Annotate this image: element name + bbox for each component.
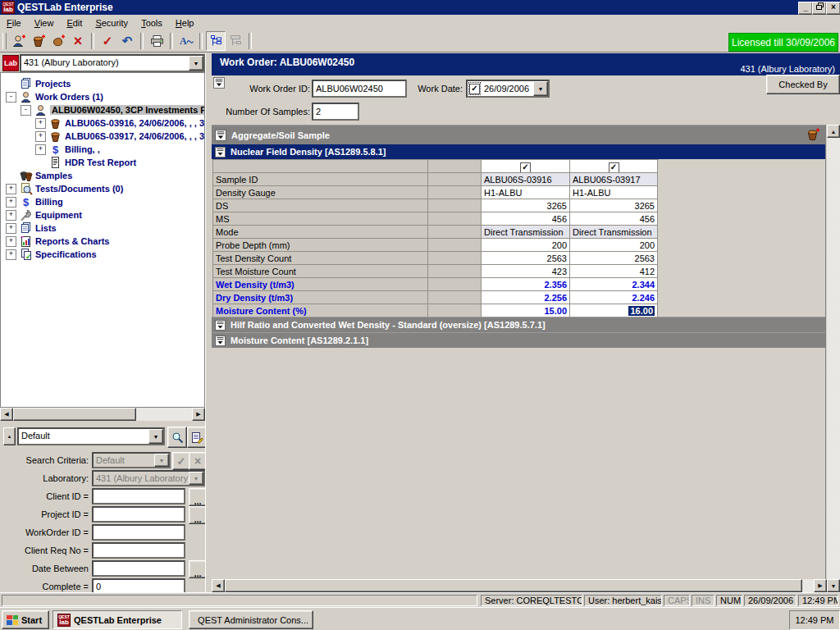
commit-button[interactable]: ✓ [98, 31, 117, 51]
tree-item-projects[interactable]: Projects [1, 77, 205, 90]
cell-value[interactable]: ALBU06S-03917 [570, 173, 658, 186]
menu-security[interactable]: Security [89, 16, 135, 30]
start-button[interactable]: Start [2, 610, 49, 629]
tree-item-work-orders[interactable]: - Work Orders (1) [1, 90, 205, 103]
vscroll-up-button[interactable]: ▲ [827, 125, 840, 138]
menu-tools[interactable]: Tools [135, 16, 169, 30]
cell-value[interactable]: 2563 [482, 252, 570, 265]
date-between-browse-button[interactable]: ... [189, 560, 207, 578]
expander-icon[interactable]: + [6, 236, 16, 247]
hscrollbar-thumb[interactable] [225, 579, 802, 592]
expand-section-icon[interactable] [215, 130, 226, 141]
cell-value[interactable]: 2.344 [570, 278, 658, 291]
tree-scroll-left-button[interactable]: ◀ [0, 408, 13, 421]
taskbar-item-admin-console[interactable]: QEST Administrator Cons... [189, 610, 313, 629]
tree-item-reports-charts[interactable]: + Reports & Charts [1, 235, 205, 248]
tree-item-equipment[interactable]: + Equipment [1, 208, 205, 221]
tree-item-samples[interactable]: Samples [1, 169, 205, 182]
project-id-input[interactable] [92, 506, 185, 523]
cell-value[interactable]: 3265 [570, 199, 658, 212]
project-id-browse-button[interactable]: ... [189, 506, 207, 524]
close-button[interactable]: × [826, 2, 840, 15]
cell-value[interactable]: 423 [482, 265, 570, 278]
tree-item-billing[interactable]: + $ Billing [1, 195, 205, 208]
expander-icon[interactable]: + [6, 210, 16, 221]
edit-search-button[interactable] [187, 427, 207, 448]
cell-value[interactable]: 2.246 [570, 291, 658, 304]
expand-section-icon[interactable] [215, 147, 226, 158]
apply-criteria-button[interactable]: ✓ [172, 452, 190, 470]
cell-value[interactable]: 456 [570, 212, 658, 226]
lab-selector[interactable]: 431 (Albury Laboratory) ▼ [20, 54, 205, 72]
tree-item-sample-03917[interactable]: + ALBU06S-03917, 24/06/2006, , , 3CI [1, 130, 205, 143]
laboratory-combo[interactable]: 431 (Albury Laboratory) ▼ [92, 470, 205, 486]
chevron-down-icon[interactable]: ▼ [189, 56, 203, 71]
expander-icon[interactable]: - [6, 92, 16, 103]
menu-edit[interactable]: Edit [60, 16, 89, 30]
client-id-input[interactable] [92, 488, 185, 504]
cell-value-selected[interactable]: 16.00 [570, 304, 658, 317]
add-sample-button[interactable] [29, 31, 48, 51]
cell-value[interactable]: 2563 [570, 252, 658, 265]
clear-criteria-button[interactable]: × [189, 452, 207, 470]
checked-by-button[interactable]: Checked By [766, 75, 840, 94]
add-test-button[interactable] [48, 31, 68, 51]
add-sample-row-button[interactable] [804, 126, 822, 143]
delete-button[interactable]: × [68, 31, 88, 51]
expander-icon[interactable]: + [6, 249, 16, 260]
menu-help[interactable]: Help [169, 16, 201, 30]
tree-item-sample-03916[interactable]: + ALBU06S-03916, 24/06/2006, , , 3CI [1, 116, 205, 130]
nuclear-density-section-header[interactable]: Nuclear Field Density [AS1289.5.8.1] [212, 144, 825, 159]
taskbar-item-qestlab[interactable]: QESTlab QESTLab Enterprise [52, 610, 182, 629]
expander-icon[interactable]: + [6, 197, 16, 208]
expand-section-icon[interactable] [215, 320, 226, 331]
tree-item-hdr-test-report[interactable]: HDR Test Report [1, 156, 205, 169]
lab-tree-view-button[interactable] [226, 31, 245, 51]
minimize-button[interactable]: _ [798, 2, 813, 15]
expander-icon[interactable]: - [21, 105, 31, 116]
num-samples-input[interactable] [312, 103, 359, 121]
work-date-checkbox[interactable]: ✓ [468, 81, 482, 96]
chevron-down-icon[interactable]: ▼ [154, 454, 169, 467]
cell-value[interactable]: 412 [570, 265, 658, 278]
expander-icon[interactable]: + [6, 223, 16, 234]
chevron-down-icon[interactable]: ▼ [189, 472, 203, 485]
cell-value[interactable]: 3265 [482, 199, 570, 212]
search-criteria-combo[interactable]: Default ▼ [92, 452, 171, 468]
client-req-no-input[interactable] [92, 542, 185, 559]
cell-value[interactable]: 2.256 [482, 291, 570, 304]
tree-item-work-order-selected[interactable]: - ALBU06W02450, 3CP Investments Pt [1, 103, 205, 116]
cell-value[interactable]: Direct Transmission [570, 226, 658, 239]
expander-icon[interactable]: + [35, 131, 46, 142]
aggregate-section-header[interactable]: Aggregate/Soil Sample [212, 125, 825, 144]
checkbox-checked-icon[interactable]: ✓ [609, 162, 619, 173]
expander-icon[interactable]: + [35, 118, 46, 129]
toolbar-grip[interactable] [2, 33, 7, 49]
print-button[interactable] [147, 31, 167, 51]
expander-icon[interactable]: + [6, 184, 16, 194]
cell-value[interactable]: Direct Transmission [482, 226, 570, 239]
run-search-button[interactable] [167, 427, 187, 448]
work-date-picker[interactable]: ✓ 26/09/2006 ▼ [466, 80, 550, 98]
moisture-content-section-header[interactable]: Moisture Content [AS1289.2.1.1] [212, 332, 825, 348]
expander-icon[interactable]: + [35, 144, 46, 155]
tree-item-tests-documents[interactable]: + Tests/Documents (0) [1, 182, 205, 195]
chevron-down-icon[interactable]: ▼ [533, 81, 548, 96]
vscrollbar-track[interactable] [827, 138, 840, 579]
search-preset-combo[interactable]: Default ▼ [17, 427, 165, 445]
tree-item-specifications[interactable]: + ✓ Specifications [1, 248, 205, 261]
menu-file[interactable]: File [0, 16, 28, 30]
tree-scrollbar-thumb[interactable] [13, 408, 136, 421]
workorder-id-input[interactable] [92, 524, 185, 541]
cell-value[interactable]: 2.356 [482, 278, 570, 291]
expand-section-icon[interactable] [215, 336, 226, 346]
date-between-input[interactable] [92, 560, 185, 577]
tree-item-billing-wo[interactable]: + $ Billing, , [1, 143, 205, 156]
restore-button[interactable] [812, 2, 827, 15]
tree-view-button[interactable] [206, 31, 226, 51]
tree-item-lists[interactable]: + Lists [1, 221, 205, 235]
cell-value[interactable]: 200 [570, 239, 658, 252]
collapse-search-button[interactable]: ▲ [3, 427, 16, 445]
checkbox-checked-icon[interactable]: ✓ [520, 162, 531, 173]
add-client-button[interactable] [9, 31, 29, 51]
